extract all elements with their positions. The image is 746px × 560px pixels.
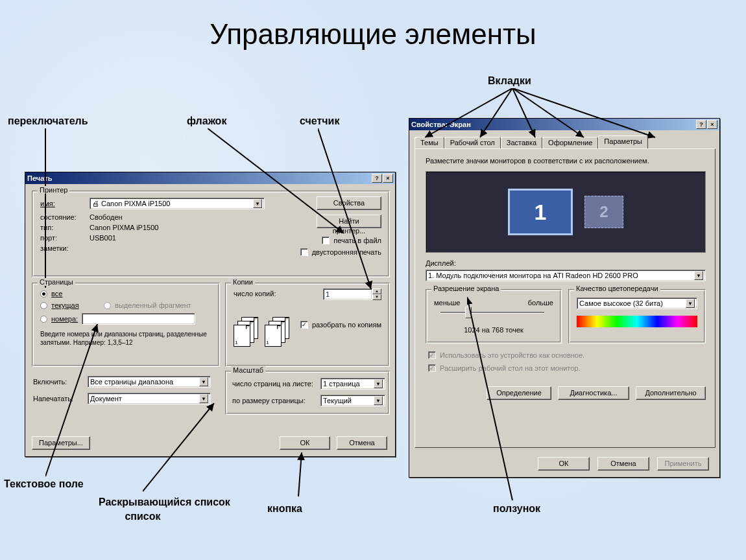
- chevron-down-icon[interactable]: ▼: [374, 379, 383, 388]
- chevron-down-icon[interactable]: ▼: [199, 394, 208, 403]
- params-button[interactable]: Параметры...: [32, 436, 90, 450]
- collate-checkbox[interactable]: [300, 321, 308, 329]
- chevron-down-icon[interactable]: ▼: [253, 199, 262, 208]
- extend-checkbox: [428, 364, 436, 372]
- troubleshoot-button[interactable]: Диагностика...: [558, 386, 629, 400]
- group-pages: Страницы: [38, 278, 75, 286]
- help-button[interactable]: ?: [696, 120, 706, 129]
- color-quality-select[interactable]: Самое высокое (32 бита) ▼: [577, 298, 697, 309]
- label-switch: переключатель: [8, 115, 88, 127]
- pages-per-select[interactable]: 1 страница ▼: [320, 378, 385, 390]
- group-printer: Принтер: [38, 186, 69, 194]
- help-button[interactable]: ?: [372, 174, 382, 183]
- label-tabs: Вкладки: [488, 75, 531, 87]
- radio-numbers[interactable]: [40, 316, 47, 323]
- tab-appearance[interactable]: Оформление: [542, 137, 598, 148]
- radio-selection[interactable]: [104, 302, 111, 309]
- label-spinner: счетчик: [300, 115, 339, 127]
- slider-thumb[interactable]: [465, 307, 472, 318]
- print-dialog: Печать ? × Принтер имя: 🖨 Canon PIXMA iP…: [25, 172, 396, 457]
- display-select[interactable]: 1. Модуль подключения монитора на ATI Ra…: [426, 270, 706, 281]
- ok-button[interactable]: ОК: [280, 436, 330, 450]
- tab-desktop[interactable]: Рабочий стол: [444, 137, 501, 148]
- spin-up-icon[interactable]: ▲: [372, 288, 381, 294]
- svg-line-10: [298, 452, 302, 496]
- printer-select[interactable]: 🖨 Canon PIXMA iP1500 ▼: [90, 198, 265, 209]
- group-zoom: Масштаб: [231, 366, 265, 374]
- properties-button[interactable]: Свойства: [317, 196, 381, 210]
- copies-spinner[interactable]: 1 ▲ ▼: [323, 288, 381, 300]
- cancel-button[interactable]: Отмена: [337, 436, 387, 450]
- ok-button[interactable]: ОК: [538, 457, 590, 471]
- include-select[interactable]: Все страницы диапазона ▼: [88, 376, 211, 388]
- chevron-down-icon[interactable]: ▼: [686, 299, 695, 308]
- monitor-layout[interactable]: 1 2: [426, 171, 706, 253]
- tab-screensaver[interactable]: Заставка: [501, 137, 542, 148]
- monitor-1[interactable]: 1: [508, 189, 573, 235]
- arrow-button: [285, 452, 324, 499]
- chevron-down-icon[interactable]: ▼: [374, 396, 383, 405]
- titlebar-print: Печать ? ×: [25, 172, 395, 184]
- display-dialog: Свойства: Экран ? × Темы Рабочий стол За…: [409, 118, 720, 478]
- duplex-checkbox[interactable]: [300, 248, 308, 256]
- use-primary-checkbox: [428, 351, 436, 359]
- color-gradient: [577, 316, 697, 327]
- radio-all[interactable]: [40, 290, 47, 298]
- label-button: кнопка: [267, 503, 302, 515]
- print-to-file-checkbox[interactable]: [322, 237, 330, 244]
- label-dropdown: Раскрывающийся список: [99, 496, 230, 508]
- titlebar-display: Свойства: Экран ? ×: [409, 119, 719, 130]
- monitor-2[interactable]: 2: [584, 196, 623, 228]
- tab-themes[interactable]: Темы: [415, 137, 444, 148]
- identify-button[interactable]: Определение: [487, 386, 551, 400]
- find-printer-button[interactable]: Найти принтер...: [317, 215, 381, 228]
- slide-title: Управляющие элементы: [0, 18, 746, 51]
- fit-select[interactable]: Текущий ▼: [320, 395, 385, 406]
- advanced-button[interactable]: Дополнительно: [636, 386, 706, 400]
- radio-current[interactable]: [40, 302, 47, 309]
- pages-textbox[interactable]: [82, 313, 195, 325]
- close-button[interactable]: ×: [383, 174, 393, 183]
- what-select[interactable]: Документ ▼: [88, 393, 211, 404]
- group-resolution: Разрешение экрана: [431, 285, 501, 292]
- apply-button[interactable]: Применить: [657, 457, 709, 471]
- resolution-value: 1024 на 768 точек: [426, 326, 561, 334]
- label-textfield: Текстовое поле: [4, 478, 84, 490]
- label-checkbox: флажок: [187, 115, 226, 127]
- group-copies: Копии: [231, 278, 255, 286]
- label-slider: ползунок: [493, 503, 540, 515]
- resolution-slider[interactable]: [440, 312, 544, 314]
- instruction-text: Разместите значки мониторов в соответств…: [426, 157, 649, 165]
- close-button[interactable]: ×: [707, 120, 717, 129]
- group-quality: Качество цветопередачи: [574, 285, 660, 292]
- chevron-down-icon[interactable]: ▼: [199, 377, 208, 386]
- cancel-button[interactable]: Отмена: [597, 457, 649, 471]
- spin-down-icon[interactable]: ▼: [372, 294, 381, 300]
- tab-settings[interactable]: Параметры: [598, 135, 648, 148]
- chevron-down-icon[interactable]: ▼: [694, 271, 703, 280]
